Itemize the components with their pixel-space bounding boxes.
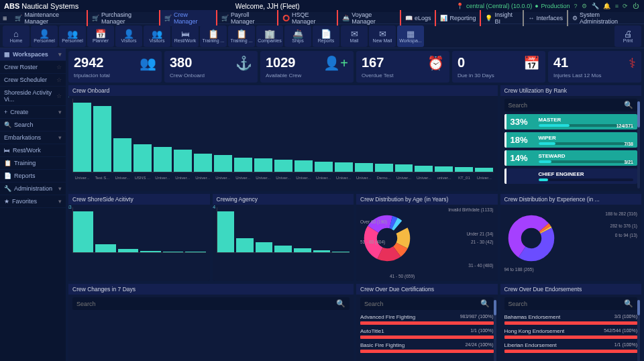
search-icon[interactable]: 🔍 <box>624 299 633 308</box>
endorse-search[interactable]: 🔍 <box>504 297 638 310</box>
cert-item[interactable]: Bahamas Endorsement3/3 (100%) <box>504 313 638 325</box>
search-input[interactable] <box>508 102 625 109</box>
chart-bar[interactable]: Univer... <box>194 154 212 172</box>
chart-bar[interactable]: Univer... <box>415 166 433 172</box>
search-input[interactable] <box>364 301 480 307</box>
toolbar-button[interactable]: 📄Reports <box>313 25 339 47</box>
module-tab[interactable]: 📊Reporting <box>435 10 480 26</box>
print-button[interactable]: 🖨 Print <box>614 25 641 47</box>
chart-bar[interactable] <box>95 244 115 252</box>
chart-bar[interactable]: Univer... <box>475 168 493 172</box>
bell-icon[interactable]: 🔔 <box>603 3 610 9</box>
util-rank-item[interactable]: 33%MASTER124/371 <box>504 114 638 130</box>
chart-bar[interactable] <box>217 211 235 252</box>
toolbar-button[interactable]: 👤Visitors <box>115 25 142 47</box>
module-tab[interactable]: ⭕HSQE Manager <box>277 10 337 26</box>
chart-bar[interactable]: Univer... <box>254 158 272 172</box>
chart-bar[interactable] <box>236 238 254 252</box>
chart-bar[interactable]: Univer... <box>73 103 91 172</box>
chart-bar[interactable] <box>73 211 93 252</box>
sidebar-item[interactable]: 🛏Rest/Work <box>0 144 66 157</box>
module-tab[interactable]: 🛒Payroll Manager <box>216 10 277 26</box>
sidebar-item[interactable]: 🔧Administration▾ <box>0 183 66 195</box>
toolbar-button[interactable]: 🏢Companies <box>256 25 283 47</box>
kpi-card[interactable]: 1029Available Crew👤+ <box>260 51 354 83</box>
cert-item[interactable]: Hong Kong Endorsement542/544 (100%) <box>504 327 638 339</box>
menu-icon[interactable]: ≡ <box>615 3 619 9</box>
hamburger-icon[interactable]: ≡ <box>3 14 7 22</box>
changes-search[interactable]: 🔍 <box>72 297 350 310</box>
chart-bar[interactable] <box>332 252 350 252</box>
chart-bar[interactable]: Demo... <box>375 164 393 172</box>
cert-item[interactable]: Advanced Fire Fighting983/987 (100%) <box>360 313 494 325</box>
toolbar-button[interactable]: 🚢Ships <box>284 25 311 47</box>
cert-item[interactable]: AutoTitle11/1 (100%) <box>360 327 494 339</box>
chart-bar[interactable]: Univer... <box>395 164 413 172</box>
chart-bar[interactable] <box>313 250 331 252</box>
kpi-card[interactable]: 167Overdue Test⏰ <box>356 51 449 83</box>
search-icon[interactable]: 🔍 <box>624 101 633 109</box>
cert-search[interactable]: 🔍 <box>360 297 494 310</box>
sidebar-item[interactable]: ★Favorites▾ <box>0 195 66 208</box>
search-input[interactable] <box>76 301 336 307</box>
module-tab[interactable]: 💡Insight BI <box>480 10 523 26</box>
sidebar-item[interactable]: 📋Training <box>0 157 66 170</box>
toolbar-button[interactable]: 📋Training ... <box>200 25 227 47</box>
chart-bar[interactable] <box>118 249 138 252</box>
kpi-card[interactable]: 380Crew Onboard⚓ <box>164 51 258 83</box>
toolbar-button[interactable]: 👥Personnel <box>59 25 86 47</box>
util-search[interactable]: 🔍 <box>504 99 638 111</box>
cert-item[interactable]: Basic Fire Fighting24/24 (100%) <box>360 341 494 353</box>
sidebar-header[interactable]: ▦Workspaces ▾ <box>0 48 66 61</box>
help-icon[interactable]: ? <box>574 3 578 9</box>
toolbar-button[interactable]: 📋Training ... <box>228 25 255 47</box>
gear-icon[interactable]: ⚙ <box>582 3 587 9</box>
chart-bar[interactable]: Univer... <box>274 160 292 172</box>
toolbar-button[interactable]: 👤Personnel <box>31 25 58 47</box>
chart-bar[interactable]: Univer... <box>335 162 353 172</box>
module-tab[interactable]: 🚢Voyage Manager <box>337 10 400 26</box>
chart-bar[interactable] <box>185 252 205 252</box>
toolbar-button[interactable]: 🛏Rest/Work <box>172 25 199 47</box>
toolbar-button[interactable]: ✉New Mail <box>369 25 396 47</box>
toolbar-button[interactable]: ✉Mail <box>341 25 368 47</box>
chart-bar[interactable]: Univer... <box>294 160 313 172</box>
chart-bar[interactable]: Univer... <box>154 147 172 172</box>
toolbar-button[interactable]: 📅Planner <box>87 25 114 47</box>
sidebar-item[interactable]: Crew Roster☆ <box>0 61 66 74</box>
search-icon[interactable]: 🔍 <box>480 299 490 308</box>
scrollbar[interactable] <box>494 300 496 361</box>
util-rank-item[interactable]: CHIEF ENGINEER <box>504 168 638 184</box>
scrollbar[interactable] <box>637 300 640 361</box>
chart-bar[interactable] <box>140 251 160 252</box>
sidebar-item[interactable]: +Create▾ <box>0 106 66 119</box>
chart-bar[interactable]: Univer... <box>214 155 232 172</box>
link-icon[interactable]: ⟳ <box>623 3 628 9</box>
sidebar-item[interactable]: Embarkations▾ <box>0 132 66 144</box>
chart-bar[interactable] <box>274 246 292 252</box>
module-tab[interactable]: ⚙System Administration <box>567 10 641 26</box>
search-input[interactable] <box>508 301 625 307</box>
toolbar-button[interactable]: ⌂Home <box>3 25 30 47</box>
util-rank-item[interactable]: 18%WIPER7/38 <box>504 132 638 148</box>
sidebar-item[interactable]: Shoreside Activity Vi...☆ <box>0 87 66 106</box>
scrollbar[interactable] <box>637 101 640 189</box>
chart-bar[interactable] <box>163 252 183 252</box>
kpi-card[interactable]: 2942tripulación total👥 <box>68 51 162 83</box>
toolbar-button[interactable]: ▦Workspa... <box>397 25 424 47</box>
chart-bar[interactable]: Test S... <box>93 106 111 172</box>
module-tab[interactable]: 📖eLogs <box>400 10 435 26</box>
module-tab[interactable]: 🛒Crew Manager <box>159 10 216 26</box>
search-icon[interactable]: 🔍 <box>336 299 345 308</box>
util-rank-item[interactable]: 14%STEWARD3/21 <box>504 150 638 166</box>
wrench-icon[interactable]: 🔧 <box>592 3 599 9</box>
cert-item[interactable]: Liberian Endorsement1/1 (100%) <box>504 341 638 353</box>
kpi-card[interactable]: 0Due in 30 Days📅 <box>452 51 545 83</box>
toolbar-button[interactable]: 👥Visitors <box>144 25 170 47</box>
power-icon[interactable]: ⏻ <box>633 3 639 9</box>
kpi-card[interactable]: 41Injuries Last 12 Mos⚕ <box>548 51 641 83</box>
module-tab[interactable]: 🛒Maintenance Manager <box>11 10 86 26</box>
chart-bar[interactable]: Univer... <box>113 138 131 172</box>
chart-bar[interactable] <box>294 248 311 252</box>
chart-bar[interactable]: Univer... <box>174 150 192 172</box>
